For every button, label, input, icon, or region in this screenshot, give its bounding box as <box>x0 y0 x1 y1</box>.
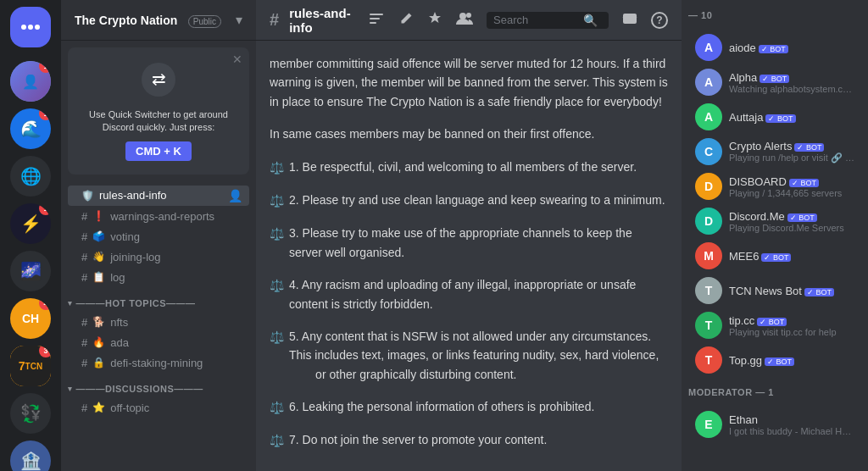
member-item-mee6[interactable]: M MEE6BOT <box>688 239 861 273</box>
member-name-topgg: Top.ggBOT <box>729 354 854 367</box>
member-name-crypto-alerts: Crypto AlertsBOT <box>729 140 854 152</box>
channel-item-defi[interactable]: # 🔒 defi-staking-mining <box>68 353 249 373</box>
server-icon-7[interactable]: 7TCN 3 <box>10 346 51 386</box>
rule-emoji-3: ⚖️ <box>270 224 284 243</box>
channel-name-voting: voting <box>110 230 242 243</box>
member-item-ethan[interactable]: E Ethan I got this buddy - Michael Hun..… <box>688 407 861 441</box>
rule-item-7: ⚖️ 7. Do not join the server to promote … <box>270 430 668 450</box>
server-header[interactable]: The Crypto Nation Public ▾ <box>61 0 256 41</box>
message-block-rule5: ⚖️ 5. Any content that is NSFW is not al… <box>270 327 668 384</box>
message-block-rule4: ⚖️ 4. Any racism and uploading of any il… <box>270 275 668 313</box>
channel-item-joining-log[interactable]: # 👋 joining-log <box>68 247 249 267</box>
server-icon-4[interactable]: ⚡ 1 <box>10 203 51 244</box>
members-icon[interactable] <box>456 11 473 30</box>
category-discussions[interactable]: ▾ ———DISCUSSIONS——— <box>61 374 256 397</box>
channel-item-off-topic[interactable]: # ⭐ off-topic <box>68 398 249 418</box>
member-item-auttaja[interactable]: A AuttajaBOT <box>688 100 861 134</box>
search-bar[interactable]: 🔍 <box>487 12 609 29</box>
server-badge-2: 1 <box>39 108 51 120</box>
server-badge-7: 3 <box>39 346 51 357</box>
rule-text-6: 6. Leaking the personal information of o… <box>289 397 594 416</box>
member-avatar-aiode: A <box>695 34 722 61</box>
channel-ada-icon: 🔥 <box>92 336 105 348</box>
member-item-tipcc[interactable]: T tip.ccBOT Playing visit tip.cc for hel… <box>688 308 861 342</box>
server-badge-1: 1 <box>39 61 51 73</box>
member-item-discordme[interactable]: D Discord.MeBOT Playing Discord.Me Serve… <box>688 204 861 238</box>
rule-text-2: 2. Please try and use clean language and… <box>289 191 665 209</box>
member-name-aiode: aiodeBOT <box>729 42 854 54</box>
help-icon[interactable]: ? <box>651 12 668 29</box>
server-icon-5[interactable]: 🌌 <box>10 251 51 291</box>
member-avatar-mee6: M <box>695 242 722 269</box>
member-item-crypto-alerts[interactable]: C Crypto AlertsBOT Playing run /help or … <box>688 135 861 169</box>
member-name-mee6: MEE6BOT <box>729 250 854 263</box>
member-status-tipcc: Playing visit tip.cc for help <box>729 327 854 337</box>
svg-point-2 <box>35 25 40 30</box>
member-avatar-disboard: D <box>695 173 722 200</box>
hash-icon-7: # <box>81 357 87 369</box>
message-block-1: member committing said offence will be s… <box>270 54 668 111</box>
member-avatar-crypto-alerts: C <box>695 138 722 165</box>
bot-badge-auttaja: BOT <box>765 114 795 123</box>
channel-voting-icon: 🗳️ <box>92 230 105 242</box>
header-tools: 🔍 ? <box>368 10 668 30</box>
message-text-2: In same cases members may be banned on t… <box>270 125 668 143</box>
channel-item-log[interactable]: # 📋 log <box>68 268 249 287</box>
rule-item-4: ⚖️ 4. Any racism and uploading of any il… <box>270 275 668 313</box>
channel-item-warnings[interactable]: # ❗ warnings-and-reports <box>68 207 249 226</box>
member-info-tcnnewsbot: TCN News BotBOT <box>729 285 854 297</box>
channel-log-icon: 📋 <box>92 271 105 283</box>
member-avatar-tcnnewsbot: T <box>695 277 722 304</box>
member-item-topgg[interactable]: T Top.ggBOT <box>688 343 861 377</box>
channel-item-ada[interactable]: # 🔥 ada <box>68 333 249 352</box>
rule-text-3: 3. Please try to make use of the appropr… <box>289 224 668 262</box>
inbox-icon[interactable] <box>622 11 637 30</box>
message-block-rule1: ⚖️ 1. Be respectful, civil, and welcomin… <box>270 158 668 177</box>
member-item-alpha[interactable]: A AlphaBOT Watching alphabotsystem.com <box>688 65 861 99</box>
hash-icon: # <box>81 210 87 223</box>
server-badge-6: 4 <box>39 298 51 310</box>
member-status-ethan: I got this buddy - Michael Hun... <box>729 426 854 436</box>
channel-item-nfts[interactable]: # 🐕 nfts <box>68 313 249 332</box>
server-name: The Crypto Nation <box>75 14 177 27</box>
message-block-rule6: ⚖️ 6. Leaking the personal information o… <box>270 397 668 417</box>
search-input[interactable] <box>493 14 578 26</box>
add-member-icon: 👤 <box>228 189 242 202</box>
rule-item-1: ⚖️ 1. Be respectful, civil, and welcomin… <box>270 158 668 177</box>
server-icon-2[interactable]: 🌊 1 <box>10 108 51 149</box>
rule-item-2: ⚖️ 2. Please try and use clean language … <box>270 191 668 210</box>
member-item-disboard[interactable]: D DISBOARDBOT Playing / 1,344,665 server… <box>688 169 861 203</box>
member-avatar-auttaja: A <box>695 103 722 130</box>
server-icon-6[interactable]: CH 4 <box>10 298 51 339</box>
close-icon[interactable]: ✕ <box>232 53 242 66</box>
edit-icon[interactable] <box>398 11 414 30</box>
messages-area: member committing said offence will be s… <box>256 41 682 471</box>
member-item-tcnnewsbot[interactable]: T TCN News BotBOT <box>688 274 861 308</box>
server-icon-1[interactable]: 👤 1 <box>10 61 51 102</box>
member-name-disboard: DISBOARDBOT <box>729 175 854 188</box>
bot-badge-topgg: BOT <box>765 357 794 366</box>
category-hot-topics-label: ———HOT TOPICS——— <box>76 298 196 308</box>
server-icon-9[interactable]: 🏦 <box>10 441 51 471</box>
rule-emoji-5: ⚖️ <box>270 328 284 346</box>
member-item-aiode[interactable]: A aiodeBOT <box>688 30 861 64</box>
channel-item-rules[interactable]: 🛡️ rules-and-info 👤 <box>68 186 249 206</box>
category-hot-topics[interactable]: ▾ ———HOT TOPICS——— <box>61 288 256 312</box>
rule-emoji-1: ⚖️ <box>270 158 284 177</box>
bot-badge-tcnnewsbot: BOT <box>804 288 834 296</box>
category-discussions-label: ———DISCUSSIONS——— <box>76 384 203 394</box>
server-icon-3[interactable]: 🌐 <box>10 156 51 197</box>
hash-icon-2: # <box>81 230 87 243</box>
public-badge: Public <box>188 15 221 28</box>
channel-item-voting[interactable]: # 🗳️ voting <box>68 227 249 247</box>
member-avatar-topgg: T <box>695 346 722 374</box>
hash-icon-6: # <box>81 336 87 349</box>
channel-nfts-icon: 🐕 <box>92 316 105 328</box>
chevron-icon: ▾ <box>68 299 73 308</box>
server-icon-discord[interactable] <box>10 7 51 47</box>
threads-icon[interactable] <box>368 10 385 30</box>
pin-icon[interactable] <box>427 11 442 30</box>
member-name-ethan: Ethan <box>729 413 854 426</box>
server-icon-8[interactable]: 💱 <box>10 393 51 434</box>
member-info-discordme: Discord.MeBOT Playing Discord.Me Servers <box>729 210 854 233</box>
